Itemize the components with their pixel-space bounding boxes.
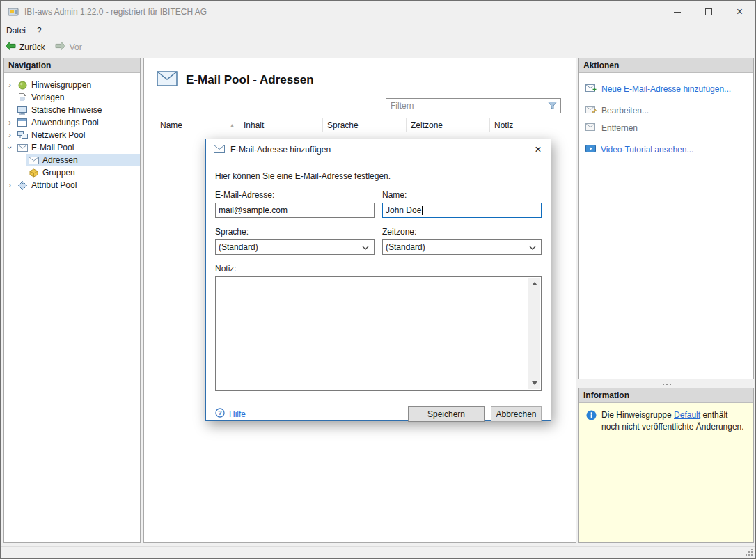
- sidebar-item-label: Netzwerk Pool: [31, 130, 85, 140]
- back-button[interactable]: Zurück: [5, 41, 45, 53]
- hint-groups-icon: [17, 81, 28, 90]
- chevron-down-icon: [362, 242, 369, 252]
- title-bar: IBI-aws Admin 1.22.0 - registriert für I…: [1, 1, 755, 23]
- application-window-icon: [17, 118, 28, 127]
- sidebar-item-adressen[interactable]: Adressen: [4, 154, 140, 166]
- default-group-link[interactable]: Default: [674, 410, 700, 420]
- forward-label: Vor: [70, 42, 82, 52]
- sidebar-item-netzwerk-pool[interactable]: › Netzwerk Pool: [4, 129, 140, 141]
- email-pool-icon: [17, 144, 28, 152]
- close-button[interactable]: ×: [724, 1, 755, 23]
- column-label: Inhalt: [244, 120, 264, 130]
- column-label: Name: [160, 120, 182, 130]
- column-header-notiz[interactable]: Notiz: [489, 118, 565, 132]
- forward-arrow-icon: [55, 41, 66, 53]
- info-text-before: Die Hinweisgruppe: [601, 410, 674, 420]
- envelope-icon: [28, 157, 39, 164]
- dialog-description: Hier können Sie eine E-Mail-Adresse fest…: [215, 171, 542, 181]
- action-edit[interactable]: Bearbeiten...: [585, 103, 747, 118]
- language-select[interactable]: (Standard): [215, 239, 375, 255]
- info-icon: [586, 409, 597, 536]
- filter-funnel-icon[interactable]: [548, 102, 557, 110]
- sidebar-item-email-pool[interactable]: › E-Mail Pool: [4, 141, 140, 154]
- column-label: Sprache: [327, 120, 359, 130]
- language-label: Sprache:: [215, 227, 375, 237]
- sidebar-item-hinweisgruppen[interactable]: › Hinweisgruppen: [4, 79, 140, 91]
- menu-datei[interactable]: Datei: [1, 24, 31, 38]
- note-field[interactable]: [215, 276, 542, 391]
- column-header-sprache[interactable]: Sprache: [322, 118, 406, 132]
- minimize-button[interactable]: [661, 1, 693, 23]
- page-title: E-Mail Pool - Adressen: [186, 73, 314, 87]
- app-window: IBI-aws Admin 1.22.0 - registriert für I…: [0, 0, 756, 559]
- back-arrow-icon: [5, 41, 16, 53]
- resize-grip[interactable]: [746, 549, 753, 556]
- close-icon: ×: [737, 6, 743, 17]
- envelope-edit-icon: [585, 106, 597, 116]
- status-bar: [1, 546, 755, 558]
- toolbar: Zurück Vor: [1, 38, 755, 56]
- email-field[interactable]: [215, 203, 375, 218]
- save-button[interactable]: Speichern: [408, 406, 485, 422]
- help-icon: ?: [215, 408, 225, 420]
- filter-box: [386, 98, 561, 113]
- dialog-title-bar: E-Mail-Adresse hinzufügen ×: [206, 139, 551, 160]
- sidebar-item-vorlagen[interactable]: Vorlagen: [4, 91, 140, 104]
- close-icon: ×: [535, 143, 541, 156]
- action-label: Neue E-Mail-Adresse hinzufügen...: [601, 84, 731, 94]
- column-header-zeitzone[interactable]: Zeitzone: [406, 118, 489, 132]
- chevron-right-icon[interactable]: ›: [8, 131, 11, 139]
- chevron-down-icon[interactable]: ›: [6, 146, 14, 149]
- text-caret: [422, 206, 423, 215]
- chevron-right-icon[interactable]: ›: [8, 181, 11, 189]
- name-field[interactable]: John Doe: [382, 203, 542, 218]
- envelope-add-icon: [585, 84, 597, 95]
- email-page-icon: [157, 71, 178, 88]
- filter-input[interactable]: [386, 100, 548, 112]
- action-remove[interactable]: Entfernen: [585, 120, 747, 136]
- forward-button[interactable]: Vor: [55, 41, 82, 53]
- help-label: Hilfe: [229, 409, 246, 419]
- maximize-icon: [705, 8, 712, 15]
- scroll-down-icon[interactable]: [528, 377, 540, 389]
- help-link[interactable]: ? Hilfe: [215, 408, 246, 420]
- chevron-right-icon[interactable]: ›: [8, 81, 11, 89]
- timezone-label: Zeitzone:: [382, 227, 542, 237]
- menu-help[interactable]: ?: [31, 24, 47, 38]
- sidebar-item-attribut-pool[interactable]: › Attribut Pool: [4, 179, 140, 191]
- action-new-email-address[interactable]: Neue E-Mail-Adresse hinzufügen...: [585, 81, 747, 97]
- scroll-up-icon[interactable]: [528, 278, 540, 290]
- group-box-icon: [28, 168, 39, 178]
- sidebar-item-label: Vorlagen: [31, 93, 64, 102]
- cancel-label: Abbrechen: [496, 409, 536, 419]
- note-scrollbar[interactable]: [528, 278, 540, 389]
- sidebar-item-statische-hinweise[interactable]: Statische Hinweise: [4, 104, 140, 116]
- sidebar-item-label: Adressen: [42, 155, 78, 165]
- language-selected-value: (Standard): [219, 242, 258, 252]
- sidebar-item-anwendungs-pool[interactable]: › Anwendungs Pool: [4, 116, 140, 129]
- cancel-button[interactable]: Abbrechen: [491, 406, 542, 422]
- dialog-close-button[interactable]: ×: [526, 139, 551, 160]
- save-label-rest: peichern: [433, 409, 465, 419]
- monitor-icon: [17, 106, 28, 115]
- action-label: Entfernen: [601, 123, 638, 133]
- name-label: Name:: [382, 190, 542, 200]
- sidebar-item-gruppen[interactable]: Gruppen: [4, 166, 140, 179]
- actions-header: Aktionen: [579, 58, 753, 73]
- column-label: Notiz: [494, 120, 513, 130]
- chevron-down-icon: [529, 242, 536, 252]
- timezone-select[interactable]: (Standard): [382, 239, 542, 255]
- note-label: Notiz:: [215, 264, 542, 274]
- column-header-inhalt[interactable]: Inhalt: [239, 118, 322, 132]
- column-header-name[interactable]: Name ▲: [156, 118, 239, 132]
- panel-splitter-handle[interactable]: [578, 381, 754, 387]
- maximize-button[interactable]: [693, 1, 724, 23]
- minimize-icon: [674, 12, 681, 13]
- timezone-selected-value: (Standard): [386, 242, 425, 252]
- information-message: Die Hinweisgruppe Default enthält noch n…: [601, 409, 746, 536]
- menu-bar: Datei ?: [1, 23, 755, 38]
- envelope-remove-icon: [585, 123, 597, 134]
- save-label-accel: S: [427, 409, 433, 419]
- chevron-right-icon[interactable]: ›: [8, 118, 11, 127]
- action-video-tutorial[interactable]: Video-Tutorial ansehen...: [585, 142, 747, 157]
